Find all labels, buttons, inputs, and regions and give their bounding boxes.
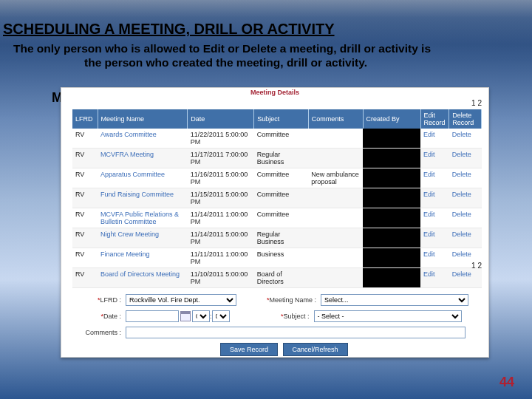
cell-name-link[interactable]: MCVFRA Meeting xyxy=(98,149,188,168)
cell-subject: Business xyxy=(254,248,309,268)
cell-date: 11/14/2011 1:00:00 PM xyxy=(188,208,254,228)
th-created-by[interactable]: Created By xyxy=(363,109,420,129)
cell-subject: Committee xyxy=(254,168,309,188)
cell-comments xyxy=(308,129,363,149)
delete-link[interactable]: Delete xyxy=(449,168,482,188)
table-row: RVFinance Meeting11/11/2011 1:00:00 PMBu… xyxy=(72,248,482,268)
delete-link[interactable]: Delete xyxy=(449,188,482,208)
lfrd-select[interactable]: Rockville Vol. Fire Dept. xyxy=(126,294,236,306)
cell-subject: Board of Directors xyxy=(254,268,309,288)
th-subject[interactable]: Subject xyxy=(254,109,309,129)
label-comments: Comments : xyxy=(72,329,126,336)
th-delete[interactable]: Delete Record xyxy=(449,109,482,129)
cell-lfrd: RV xyxy=(72,208,98,228)
th-comments[interactable]: Comments xyxy=(308,109,363,129)
cell-name-link[interactable]: Board of Directors Meeting xyxy=(98,268,188,288)
minute-select[interactable]: 00 xyxy=(212,310,230,322)
delete-link[interactable]: Delete xyxy=(449,129,482,149)
slide: SCHEDULING A MEETING, DRILL OR ACTIVITY … xyxy=(0,0,532,399)
table-row: RVFund Raising Committee11/15/2011 5:00:… xyxy=(72,188,482,208)
cell-subject: Regular Business xyxy=(254,228,309,248)
cell-date: 11/17/2011 7:00:00 PM xyxy=(188,149,254,168)
cell-comments xyxy=(308,228,363,248)
subject-select[interactable]: - Select - xyxy=(314,310,462,322)
table-row: RVNight Crew Meeting11/14/2011 5:00:00 P… xyxy=(72,228,482,248)
slide-subtitle: The only person who is allowed to Edit o… xyxy=(13,41,517,70)
edit-link[interactable]: Edit xyxy=(420,129,449,149)
label-meeting: *Meeting Name : xyxy=(263,296,321,304)
cell-name-link[interactable]: Fund Raising Committee xyxy=(98,188,188,208)
cell-subject: Committee xyxy=(254,208,309,228)
edit-link[interactable]: Edit xyxy=(420,268,449,288)
table-header-row: LFRD Meeting Name Date Subject Comments … xyxy=(72,109,482,129)
cell-date: 11/22/2011 5:00:00 PM xyxy=(188,129,254,149)
save-button[interactable]: Save Record xyxy=(220,343,278,356)
th-lfrd[interactable]: LFRD xyxy=(72,109,98,129)
delete-link[interactable]: Delete xyxy=(449,268,482,288)
cell-date: 11/14/2011 5:00:00 PM xyxy=(188,228,254,248)
th-edit[interactable]: Edit Record xyxy=(420,109,449,129)
cell-subject: Regular Business xyxy=(254,149,309,168)
cell-lfrd: RV xyxy=(72,188,98,208)
label-date: *Date : xyxy=(72,313,126,320)
comments-input[interactable] xyxy=(126,327,466,338)
cell-created-by-redacted xyxy=(363,268,420,288)
cell-comments xyxy=(308,188,363,208)
form-buttons: Save Record Cancel/Refresh xyxy=(220,343,482,356)
edit-link[interactable]: Edit xyxy=(420,248,449,268)
cell-created-by-redacted xyxy=(363,188,420,208)
slide-title: SCHEDULING A MEETING, DRILL OR ACTIVITY xyxy=(3,21,335,38)
table-row: RVApparatus Committee11/16/2011 5:00:00 … xyxy=(72,168,482,188)
edit-link[interactable]: Edit xyxy=(420,208,449,228)
cell-created-by-redacted xyxy=(363,129,420,149)
cell-comments xyxy=(308,248,363,268)
delete-link[interactable]: Delete xyxy=(449,149,482,168)
cell-subject: Committee xyxy=(254,129,309,149)
cell-lfrd: RV xyxy=(72,149,98,168)
form-row-1: *LFRD : Rockville Vol. Fire Dept. *Meeti… xyxy=(72,294,482,306)
edit-link[interactable]: Edit xyxy=(420,228,449,248)
cell-lfrd: RV xyxy=(72,168,98,188)
cell-name-link[interactable]: Finance Meeting xyxy=(98,248,188,268)
label-subject: *Subject : xyxy=(256,313,314,320)
form-row-2: *Date : 00 : 00 *Subject : - Select - xyxy=(72,310,482,322)
delete-link[interactable]: Delete xyxy=(449,208,482,228)
table-row: RVMCVFRA Meeting11/17/2011 7:00:00 PMReg… xyxy=(72,149,482,168)
calendar-icon[interactable] xyxy=(180,311,191,321)
th-name[interactable]: Meeting Name xyxy=(98,109,188,129)
cell-created-by-redacted xyxy=(363,208,420,228)
date-input[interactable] xyxy=(126,310,179,322)
cell-date: 11/11/2011 1:00:00 PM xyxy=(188,248,254,268)
cell-subject: Committee xyxy=(254,188,309,208)
page-number: 44 xyxy=(499,375,514,390)
cell-name-link[interactable]: Awards Committee xyxy=(98,129,188,149)
meetings-table: LFRD Meeting Name Date Subject Comments … xyxy=(72,109,482,288)
subtitle-line2: the person who created the meeting, dril… xyxy=(13,55,517,69)
cell-name-link[interactable]: MCVFA Public Relations & Bulletin Commit… xyxy=(98,208,188,228)
delete-link[interactable]: Delete xyxy=(449,228,482,248)
edit-link[interactable]: Edit xyxy=(420,168,449,188)
subtitle-line1: The only person who is allowed to Edit o… xyxy=(13,42,431,55)
edit-link[interactable]: Edit xyxy=(420,188,449,208)
pager-top[interactable]: 1 2 xyxy=(471,99,482,107)
meeting-name-select[interactable]: Select... xyxy=(321,294,468,306)
cancel-button[interactable]: Cancel/Refresh xyxy=(283,343,348,356)
cell-name-link[interactable]: Night Crew Meeting xyxy=(98,228,188,248)
table-row: RVMCVFA Public Relations & Bulletin Comm… xyxy=(72,208,482,228)
cell-lfrd: RV xyxy=(72,129,98,149)
meeting-form: *LFRD : Rockville Vol. Fire Dept. *Meeti… xyxy=(72,294,482,356)
table-row: RVAwards Committee11/22/2011 5:00:00 PMC… xyxy=(72,129,482,149)
th-date[interactable]: Date xyxy=(188,109,254,129)
cell-created-by-redacted xyxy=(363,248,420,268)
cell-date: 11/10/2011 5:00:00 PM xyxy=(188,268,254,288)
edit-link[interactable]: Edit xyxy=(420,149,449,168)
cell-comments xyxy=(308,268,363,288)
cell-created-by-redacted xyxy=(363,168,420,188)
cell-created-by-redacted xyxy=(363,228,420,248)
cell-created-by-redacted xyxy=(363,149,420,168)
label-lfrd: *LFRD : xyxy=(72,296,126,304)
pager-bottom[interactable]: 1 2 xyxy=(471,262,482,270)
form-row-3: Comments : xyxy=(72,327,482,338)
hour-select[interactable]: 00 xyxy=(192,310,210,322)
cell-name-link[interactable]: Apparatus Committee xyxy=(98,168,188,188)
